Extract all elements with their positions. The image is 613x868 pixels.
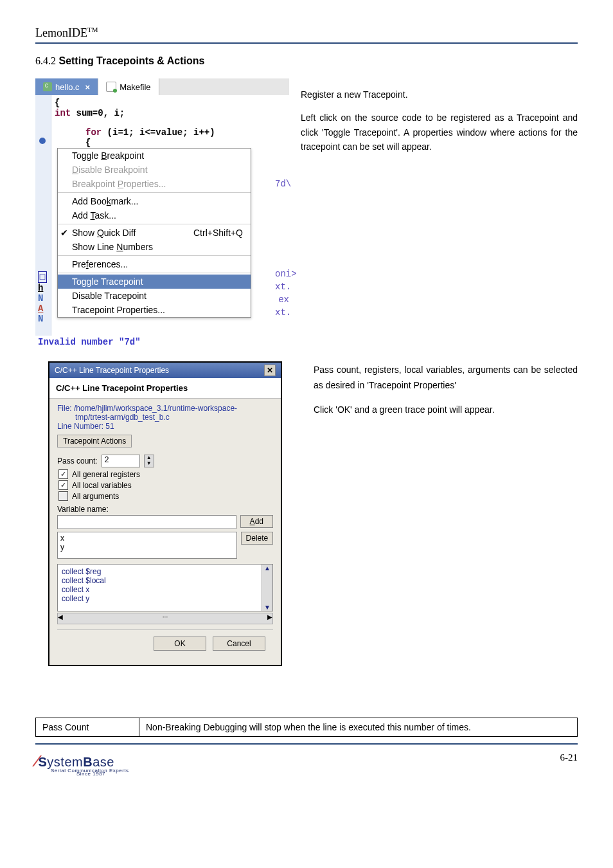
- tab-hello-c[interactable]: hello.c ×: [35, 78, 98, 95]
- cb-all-local-vars[interactable]: ✓All local variables: [58, 480, 273, 490]
- param-table: Pass Count Non-Breaking Debugging will s…: [35, 718, 578, 737]
- context-menu: Toggle Breakpoint Disable Breakpoint Bre…: [57, 148, 251, 318]
- close-icon[interactable]: ×: [85, 82, 91, 92]
- instr-register: Register a new Tracepoint.: [301, 87, 578, 102]
- table-row: Pass Count Non-Breaking Debugging will s…: [36, 718, 578, 737]
- editor-code: { int sum=0, i; for (i=1; i<=value; i++)…: [51, 95, 275, 150]
- delete-button[interactable]: Delete: [241, 532, 273, 545]
- instr-click-ok: Click 'OK' and a green trace point will …: [314, 402, 578, 418]
- dialog-line-number: Line Number: 51: [57, 422, 273, 431]
- pass-count-stepper[interactable]: ▲▼: [144, 455, 154, 467]
- dialog-titlebar: C/C++ Line Tracepoint Properties ✕: [49, 363, 281, 378]
- variable-name-label: Variable name:: [57, 505, 273, 514]
- ctx-disable-breakpoint: Disable Breakpoint: [58, 163, 251, 177]
- instr-register-detail: Left click on the source code to be regi…: [301, 111, 578, 154]
- ctx-disable-tracepoint[interactable]: Disable Tracepoint: [58, 289, 251, 303]
- tab-makefile[interactable]: Makefile: [98, 78, 159, 95]
- ctx-toggle-tracepoint[interactable]: Toggle Tracepoint: [58, 275, 251, 289]
- ctx-toggle-breakpoint[interactable]: Toggle Breakpoint: [58, 149, 251, 163]
- ctx-add-task[interactable]: Add Task...: [58, 208, 251, 222]
- param-name: Pass Count: [36, 718, 139, 737]
- ctx-add-bookmark[interactable]: Add Bookmark...: [58, 194, 251, 208]
- editor-screenshot: hello.c × Makefile { int sum=0, i; for (…: [35, 78, 289, 336]
- makefile-icon: [106, 82, 116, 92]
- add-button[interactable]: Add: [240, 515, 273, 528]
- page-number: 6-21: [560, 752, 578, 763]
- variable-name-input[interactable]: [57, 515, 236, 529]
- left-markers: □ h N A N: [38, 271, 47, 324]
- right-text-strip: 7d\ oni> xt. ex xt.: [275, 95, 289, 336]
- tracepoint-properties-dialog: C/C++ Line Tracepoint Properties ✕ C/C++…: [48, 361, 282, 666]
- variable-list[interactable]: x y: [57, 532, 237, 559]
- breakpoint-dot[interactable]: [39, 138, 46, 144]
- cb-all-registers[interactable]: ✓All general registers: [58, 469, 273, 479]
- invalid-number-text: Invalid number "7d": [35, 337, 289, 347]
- systembase-logo: ⁄SystemBase Serial Communication Experts…: [35, 752, 129, 777]
- pass-count-label: Pass count:: [57, 457, 98, 466]
- check-icon: ✔: [60, 228, 68, 238]
- tracepoint-actions-tab[interactable]: Tracepoint Actions: [57, 435, 132, 448]
- ctx-show-quick-diff[interactable]: ✔ Show Quick Diff Ctrl+Shift+Q: [58, 226, 251, 240]
- editor-tab-bar: hello.c × Makefile: [35, 78, 289, 95]
- scrollbar-horizontal[interactable]: ◀···▶: [57, 613, 273, 624]
- section-heading: 6.4.2 Setting Tracepoints & Actions: [35, 55, 578, 67]
- c-file-icon: [43, 82, 52, 91]
- title-rule: [35, 42, 578, 44]
- dialog-file-line: File: /home/hjlim/workspace_3.1/runtime-…: [57, 404, 273, 422]
- scrollbar-vertical[interactable]: ▲▼: [262, 565, 272, 611]
- pass-count-input[interactable]: 2: [102, 455, 140, 467]
- cb-all-arguments[interactable]: All arguments: [58, 491, 273, 501]
- close-icon[interactable]: ✕: [264, 365, 276, 376]
- ctx-breakpoint-properties: Breakpoint Properties...: [58, 177, 251, 191]
- doc-title: LemonIDETM: [35, 26, 578, 42]
- collect-list[interactable]: collect $reg collect $local collect x co…: [57, 564, 273, 611]
- param-desc: Non-Breaking Debugging will stop when th…: [139, 718, 578, 737]
- instr-pass-count: Pass count, registers, local variables, …: [314, 363, 578, 393]
- ok-button[interactable]: OK: [154, 637, 206, 651]
- cancel-button[interactable]: Cancel: [213, 637, 265, 651]
- ctx-tracepoint-properties[interactable]: Tracepoint Properties...: [58, 303, 251, 317]
- ctx-preferences[interactable]: Preferences...: [58, 257, 251, 271]
- footer-rule: [35, 743, 578, 745]
- dialog-header: C/C++ Line Tracepoint Properties: [49, 378, 281, 399]
- ctx-show-line-numbers[interactable]: Show Line Numbers: [58, 240, 251, 254]
